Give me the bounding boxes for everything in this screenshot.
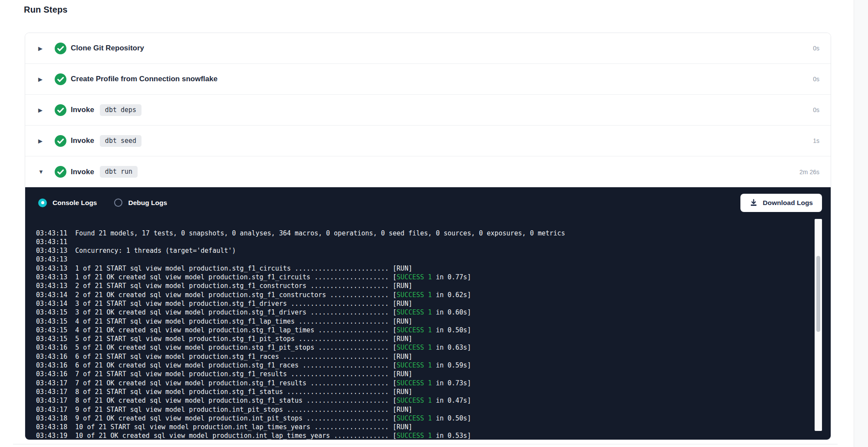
page-title: Run Steps: [24, 5, 68, 15]
step-label: Invoke: [71, 106, 94, 114]
run-steps-card: ▶ Clone Git Repository 0s ▶ Create Profi…: [25, 33, 831, 440]
log-line: 03:43:15 4 of 21 OK created sql view mod…: [36, 326, 831, 334]
log-line: 03:43:13 1 of 21 START sql view model pr…: [36, 264, 831, 273]
log-line: 03:43:17 8 of 21 OK created sql view mod…: [36, 396, 831, 405]
log-type-radio-group: Console Logs Debug Logs: [38, 199, 167, 207]
page-scroll-gutter: [854, 0, 868, 447]
step-label: Create Profile from Connection snowflake: [71, 75, 217, 83]
caret-icon[interactable]: ▼: [38, 169, 48, 175]
log-line: 03:43:13 Concurrency: 1 threads (target=…: [36, 246, 831, 255]
check-success-icon: [55, 73, 66, 85]
download-logs-button-label: Download Logs: [763, 199, 813, 207]
log-panel-header: Console Logs Debug Logs Download Logs: [25, 187, 831, 215]
log-line: 03:43:15 5 of 21 START sql view model pr…: [36, 334, 831, 343]
log-line: 03:43:14 2 of 21 OK created sql view mod…: [36, 291, 831, 299]
log-line: 03:43:15 3 of 21 OK created sql view mod…: [36, 308, 831, 317]
step-label: Invoke: [71, 168, 94, 176]
caret-icon[interactable]: ▶: [38, 76, 48, 82]
step-row-4[interactable]: ▶ Invoke dbt seed 1s: [25, 126, 831, 156]
step-duration: 0s: [813, 106, 819, 113]
log-line: 03:43:16 6 of 21 OK created sql view mod…: [36, 361, 831, 370]
step-label: Invoke: [71, 136, 94, 145]
log-line: 03:43:17 7 of 21 OK created sql view mod…: [36, 379, 831, 387]
log-line: 03:43:18 9 of 21 OK created sql view mod…: [36, 414, 831, 423]
step-row-1[interactable]: ▶ Clone Git Repository 0s: [25, 33, 831, 64]
log-line: 03:43:17 9 of 21 START sql view model pr…: [36, 405, 831, 414]
step-duration: 0s: [813, 76, 819, 83]
radio-selected-icon[interactable]: [38, 199, 47, 207]
step-row-5[interactable]: ▼ Invoke dbt run 2m 26s: [25, 156, 831, 187]
log-line: 03:43:19 10 of 21 OK created sql view mo…: [36, 431, 831, 440]
log-line: 03:43:15 4 of 21 START sql view model pr…: [36, 317, 831, 326]
caret-icon[interactable]: ▶: [38, 107, 48, 113]
check-success-icon: [55, 135, 66, 147]
step-duration: 2m 26s: [799, 169, 819, 175]
step-duration: 0s: [813, 45, 819, 52]
console-logs-radio-option[interactable]: Console Logs: [38, 199, 97, 207]
step-command-pill: dbt seed: [100, 135, 141, 147]
debug-logs-radio-option[interactable]: Debug Logs: [114, 199, 167, 207]
log-line: 03:43:13: [36, 255, 831, 264]
log-line: 03:43:14 3 of 21 START sql view model pr…: [36, 299, 831, 308]
check-success-icon: [55, 43, 66, 54]
console-logs-label[interactable]: Console Logs: [53, 199, 97, 207]
log-line: 03:43:11 Found 21 models, 17 tests, 0 sn…: [36, 229, 831, 238]
step-command-pill: dbt deps: [100, 104, 141, 116]
radio-unselected-icon[interactable]: [114, 199, 122, 207]
log-line: 03:43:16 6 of 21 START sql view model pr…: [36, 352, 831, 361]
caret-icon[interactable]: ▶: [38, 46, 48, 51]
download-icon: [750, 199, 758, 207]
run-steps-list: ▶ Clone Git Repository 0s ▶ Create Profi…: [25, 33, 831, 187]
step-command-pill: dbt run: [100, 166, 138, 178]
log-line: 03:43:11: [36, 238, 831, 246]
section-divider: [13, 444, 838, 444]
log-line: 03:43:16 7 of 21 START sql view model pr…: [36, 370, 831, 378]
step-duration: 1s: [813, 137, 819, 144]
log-scrollbar-track[interactable]: [815, 219, 822, 431]
console-log-viewport[interactable]: 03:43:11 Found 21 models, 17 tests, 0 sn…: [25, 215, 831, 440]
log-line: 03:43:13 1 of 21 OK created sql view mod…: [36, 273, 831, 281]
log-line: 03:43:18 10 of 21 START sql view model p…: [36, 423, 831, 431]
console-log-lines: 03:43:11 Found 21 models, 17 tests, 0 sn…: [25, 229, 831, 440]
caret-icon[interactable]: ▶: [38, 138, 48, 144]
download-logs-button[interactable]: Download Logs: [740, 194, 822, 212]
log-line: 03:43:13 2 of 21 START sql view model pr…: [36, 281, 831, 290]
log-panel: Console Logs Debug Logs Download Logs: [25, 187, 831, 440]
check-success-icon: [55, 104, 66, 116]
log-line: 03:43:16 5 of 21 OK created sql view mod…: [36, 343, 831, 352]
debug-logs-label[interactable]: Debug Logs: [128, 199, 167, 207]
step-row-2[interactable]: ▶ Create Profile from Connection snowfla…: [25, 64, 831, 95]
step-row-3[interactable]: ▶ Invoke dbt deps 0s: [25, 95, 831, 126]
check-success-icon: [55, 166, 66, 178]
step-label: Clone Git Repository: [71, 44, 144, 53]
log-scrollbar-thumb[interactable]: [816, 256, 820, 332]
log-line: 03:43:17 8 of 21 START sql view model pr…: [36, 387, 831, 396]
